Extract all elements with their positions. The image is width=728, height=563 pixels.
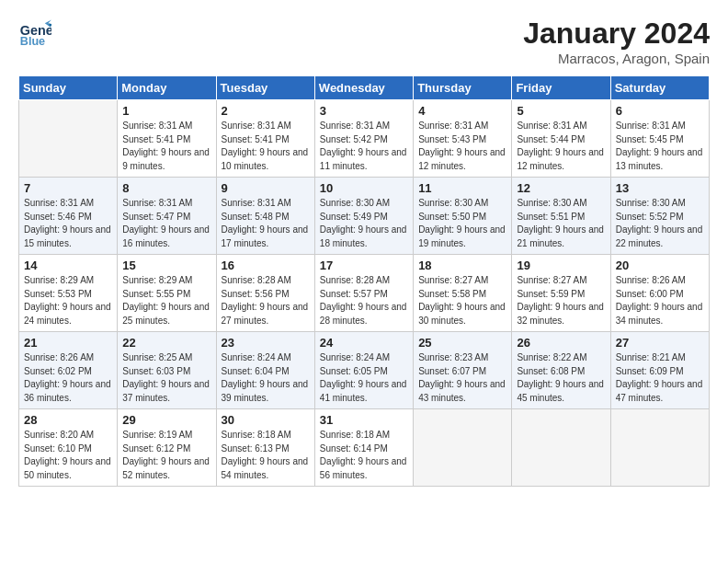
cell-info: Sunrise: 8:26 AMSunset: 6:02 PMDaylight:… (24, 351, 112, 405)
table-row: 14Sunrise: 8:29 AMSunset: 5:53 PMDayligh… (19, 255, 118, 332)
table-row: 9Sunrise: 8:31 AMSunset: 5:48 PMDaylight… (216, 178, 314, 255)
calendar-table: Sunday Monday Tuesday Wednesday Thursday… (18, 75, 710, 487)
day-number: 3 (320, 104, 408, 118)
table-row: 29Sunrise: 8:19 AMSunset: 6:12 PMDayligh… (118, 409, 216, 487)
table-row: 28Sunrise: 8:20 AMSunset: 6:10 PMDayligh… (19, 409, 118, 487)
table-row: 20Sunrise: 8:26 AMSunset: 6:00 PMDayligh… (610, 255, 709, 332)
table-row: 21Sunrise: 8:26 AMSunset: 6:02 PMDayligh… (19, 332, 118, 409)
cell-info: Sunrise: 8:24 AMSunset: 6:04 PMDaylight:… (222, 351, 310, 405)
day-number: 4 (418, 104, 506, 118)
table-row (610, 409, 709, 487)
cell-info: Sunrise: 8:31 AMSunset: 5:47 PMDaylight:… (122, 197, 210, 250)
day-number: 22 (122, 336, 210, 350)
day-number: 9 (222, 181, 310, 195)
day-number: 24 (320, 336, 408, 350)
table-row: 24Sunrise: 8:24 AMSunset: 6:05 PMDayligh… (314, 332, 413, 409)
table-row: 6Sunrise: 8:31 AMSunset: 5:45 PMDaylight… (610, 100, 709, 178)
cell-info: Sunrise: 8:31 AMSunset: 5:41 PMDaylight:… (122, 120, 210, 173)
cell-info: Sunrise: 8:30 AMSunset: 5:52 PMDaylight:… (616, 197, 704, 250)
table-row: 16Sunrise: 8:28 AMSunset: 5:56 PMDayligh… (216, 255, 314, 332)
col-monday: Monday (118, 76, 216, 100)
table-row: 10Sunrise: 8:30 AMSunset: 5:49 PMDayligh… (314, 178, 413, 255)
svg-text:Blue: Blue (20, 35, 45, 48)
calendar-row: 14Sunrise: 8:29 AMSunset: 5:53 PMDayligh… (19, 255, 710, 332)
calendar-row: 7Sunrise: 8:31 AMSunset: 5:46 PMDaylight… (19, 178, 710, 255)
table-row: 22Sunrise: 8:25 AMSunset: 6:03 PMDayligh… (118, 332, 216, 409)
cell-info: Sunrise: 8:31 AMSunset: 5:45 PMDaylight:… (616, 120, 704, 173)
day-number: 6 (616, 104, 704, 118)
cell-info: Sunrise: 8:31 AMSunset: 5:44 PMDaylight:… (517, 120, 605, 173)
cell-info: Sunrise: 8:31 AMSunset: 5:46 PMDaylight:… (24, 197, 112, 250)
calendar-header-row: Sunday Monday Tuesday Wednesday Thursday… (19, 76, 710, 100)
cell-info: Sunrise: 8:30 AMSunset: 5:50 PMDaylight:… (418, 197, 506, 250)
table-row: 15Sunrise: 8:29 AMSunset: 5:55 PMDayligh… (118, 255, 216, 332)
day-number: 13 (616, 181, 704, 195)
col-saturday: Saturday (610, 76, 709, 100)
cell-info: Sunrise: 8:18 AMSunset: 6:14 PMDaylight:… (320, 429, 408, 482)
day-number: 17 (320, 259, 408, 272)
cell-info: Sunrise: 8:31 AMSunset: 5:48 PMDaylight:… (222, 197, 310, 250)
page: General Blue January 2024 Marracos, Arag… (0, 0, 728, 563)
table-row: 19Sunrise: 8:27 AMSunset: 5:59 PMDayligh… (512, 255, 610, 332)
cell-info: Sunrise: 8:28 AMSunset: 5:56 PMDaylight:… (222, 274, 310, 327)
cell-info: Sunrise: 8:31 AMSunset: 5:41 PMDaylight:… (222, 120, 310, 173)
logo-icon: General Blue (18, 17, 51, 50)
day-number: 27 (616, 336, 704, 350)
cell-info: Sunrise: 8:21 AMSunset: 6:09 PMDaylight:… (616, 351, 704, 405)
subtitle: Marracos, Aragon, Spain (523, 51, 710, 66)
calendar-row: 28Sunrise: 8:20 AMSunset: 6:10 PMDayligh… (19, 409, 710, 487)
day-number: 2 (222, 104, 310, 118)
day-number: 1 (122, 104, 210, 118)
calendar-row: 1Sunrise: 8:31 AMSunset: 5:41 PMDaylight… (19, 100, 710, 178)
table-row: 26Sunrise: 8:22 AMSunset: 6:08 PMDayligh… (512, 332, 610, 409)
cell-info: Sunrise: 8:31 AMSunset: 5:42 PMDaylight:… (320, 120, 408, 173)
day-number: 21 (24, 336, 112, 350)
day-number: 23 (222, 336, 310, 350)
day-number: 30 (222, 413, 310, 427)
table-row: 1Sunrise: 8:31 AMSunset: 5:41 PMDaylight… (118, 100, 216, 178)
cell-info: Sunrise: 8:20 AMSunset: 6:10 PMDaylight:… (24, 429, 112, 482)
table-row: 7Sunrise: 8:31 AMSunset: 5:46 PMDaylight… (19, 178, 118, 255)
day-number: 5 (517, 104, 605, 118)
table-row: 31Sunrise: 8:18 AMSunset: 6:14 PMDayligh… (314, 409, 413, 487)
table-row: 25Sunrise: 8:23 AMSunset: 6:07 PMDayligh… (414, 332, 512, 409)
day-number: 25 (418, 336, 506, 350)
col-tuesday: Tuesday (216, 76, 314, 100)
cell-info: Sunrise: 8:27 AMSunset: 5:59 PMDaylight:… (517, 274, 605, 327)
day-number: 10 (320, 181, 408, 195)
table-row: 13Sunrise: 8:30 AMSunset: 5:52 PMDayligh… (610, 178, 709, 255)
calendar-row: 21Sunrise: 8:26 AMSunset: 6:02 PMDayligh… (19, 332, 710, 409)
cell-info: Sunrise: 8:29 AMSunset: 5:55 PMDaylight:… (122, 274, 210, 327)
table-row (414, 409, 512, 487)
day-number: 29 (122, 413, 210, 427)
cell-info: Sunrise: 8:30 AMSunset: 5:51 PMDaylight:… (517, 197, 605, 250)
logo: General Blue (18, 17, 51, 50)
table-row (512, 409, 610, 487)
cell-info: Sunrise: 8:26 AMSunset: 6:00 PMDaylight:… (616, 274, 704, 327)
cell-info: Sunrise: 8:31 AMSunset: 5:43 PMDaylight:… (418, 120, 506, 173)
table-row: 30Sunrise: 8:18 AMSunset: 6:13 PMDayligh… (216, 409, 314, 487)
cell-info: Sunrise: 8:18 AMSunset: 6:13 PMDaylight:… (222, 429, 310, 482)
day-number: 7 (24, 181, 112, 195)
day-number: 12 (517, 181, 605, 195)
table-row: 2Sunrise: 8:31 AMSunset: 5:41 PMDaylight… (216, 100, 314, 178)
table-row: 17Sunrise: 8:28 AMSunset: 5:57 PMDayligh… (314, 255, 413, 332)
day-number: 14 (24, 259, 112, 272)
cell-info: Sunrise: 8:24 AMSunset: 6:05 PMDaylight:… (320, 351, 408, 405)
header: General Blue January 2024 Marracos, Arag… (18, 17, 710, 66)
col-friday: Friday (512, 76, 610, 100)
day-number: 31 (320, 413, 408, 427)
cell-info: Sunrise: 8:23 AMSunset: 6:07 PMDaylight:… (418, 351, 506, 405)
day-number: 28 (24, 413, 112, 427)
day-number: 8 (122, 181, 210, 195)
main-title: January 2024 (523, 17, 710, 51)
table-row: 8Sunrise: 8:31 AMSunset: 5:47 PMDaylight… (118, 178, 216, 255)
col-wednesday: Wednesday (314, 76, 413, 100)
cell-info: Sunrise: 8:28 AMSunset: 5:57 PMDaylight:… (320, 274, 408, 327)
cell-info: Sunrise: 8:29 AMSunset: 5:53 PMDaylight:… (24, 274, 112, 327)
day-number: 20 (616, 259, 704, 272)
col-thursday: Thursday (414, 76, 512, 100)
table-row (19, 100, 118, 178)
day-number: 15 (122, 259, 210, 272)
table-row: 12Sunrise: 8:30 AMSunset: 5:51 PMDayligh… (512, 178, 610, 255)
